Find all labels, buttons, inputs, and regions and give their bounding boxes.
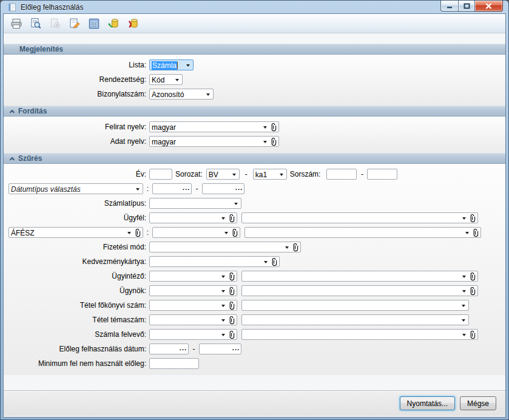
- kedvezmenykartya-value: [150, 262, 262, 262]
- calculator-icon[interactable]: [86, 16, 102, 32]
- close-button[interactable]: [475, 1, 503, 12]
- lista-select[interactable]: Számla: [149, 59, 194, 70]
- ugyfel-code-value: [150, 218, 220, 218]
- rendezettseg-select[interactable]: Kód: [149, 74, 183, 85]
- ugynok-name-select[interactable]: [241, 285, 478, 296]
- paperclip-icon[interactable]: [292, 243, 298, 252]
- dialog-window: Előleg felhasználás: [0, 0, 509, 420]
- row-ugyintezo: Ügyintéző:: [4, 269, 505, 283]
- paperclip-icon[interactable]: [271, 257, 277, 266]
- section-header-translation[interactable]: Fordítás: [4, 106, 505, 117]
- print-button[interactable]: Nyomtatás...: [400, 396, 455, 410]
- ugyfel-code-select[interactable]: [149, 212, 237, 223]
- minimum-eloleg-input[interactable]: [149, 358, 199, 369]
- sorozat-to-value: ka1: [254, 170, 278, 179]
- date-picker-button[interactable]: ...: [235, 183, 243, 194]
- ugynok-code-select[interactable]: [149, 285, 237, 296]
- sorozat-to-select[interactable]: ka1: [253, 169, 287, 180]
- range-dash: -: [189, 345, 199, 353]
- ugyintezo-name-select[interactable]: [241, 271, 478, 282]
- partner-code-select[interactable]: [152, 227, 240, 238]
- edit-icon[interactable]: [67, 16, 83, 32]
- paperclip-icon[interactable]: [228, 214, 235, 223]
- partner-type-select[interactable]: ÁFÉSZ: [8, 227, 143, 238]
- section-header-filter[interactable]: Szűrés: [4, 153, 505, 164]
- kedvezmenykartya-select[interactable]: [149, 256, 280, 267]
- row-tetel-fokonyvi-szam: Tétel főkönyvi szám:: [4, 298, 505, 313]
- eloleg-datum-from-field: ...: [149, 344, 189, 354]
- sorszam-from-input[interactable]: [326, 169, 357, 180]
- paperclip-icon[interactable]: [228, 272, 235, 281]
- row-datumtipus: Dátumtípus választás : ... - ...: [4, 181, 505, 196]
- szamlatipus-label: Számlatípus:: [8, 199, 149, 208]
- lista-label: Lista:: [8, 61, 149, 69]
- toolbar: [4, 14, 505, 33]
- paperclip-icon[interactable]: [228, 316, 235, 325]
- row-rendezettseg: Rendezettség: Kód: [4, 72, 505, 87]
- szamlatipus-select[interactable]: [149, 198, 241, 209]
- close-icon: [485, 3, 492, 9]
- adat-nyelv-select[interactable]: magyar: [149, 136, 279, 147]
- date-picker-button[interactable]: ...: [180, 344, 187, 354]
- date-picker-button[interactable]: ...: [183, 183, 190, 194]
- print-icon[interactable]: [8, 16, 24, 32]
- tetel-fokonyvi-code-select[interactable]: [149, 300, 237, 311]
- cancel-button[interactable]: Mégse: [460, 396, 496, 410]
- chevron-down-icon: [136, 188, 140, 191]
- szamla-felvevo-label: Számla felvevő:: [8, 330, 149, 339]
- tetel-fokonyvi-code-value: [150, 305, 220, 306]
- ugyfel-name-select[interactable]: [241, 212, 478, 223]
- chevron-down-icon: [465, 232, 469, 234]
- paperclip-icon[interactable]: [270, 137, 277, 146]
- paperclip-icon[interactable]: [472, 228, 479, 237]
- partner-name-select[interactable]: [244, 227, 481, 238]
- collapse-chevron-icon[interactable]: [10, 109, 15, 114]
- ugyintezo-code-select[interactable]: [149, 271, 237, 282]
- ugyintezo-code-value: [150, 276, 220, 277]
- paperclip-icon[interactable]: [228, 330, 235, 339]
- row-partner: ÁFÉSZ :: [4, 225, 505, 240]
- paperclip-icon[interactable]: [469, 214, 476, 223]
- chevron-down-icon: [234, 203, 238, 205]
- tetel-temaszam-name-select[interactable]: [241, 314, 469, 325]
- titlebar[interactable]: Előleg felhasználás: [3, 1, 506, 13]
- felirat-nyelv-select[interactable]: magyar: [149, 121, 279, 132]
- tetel-fokonyvi-name-select[interactable]: [241, 300, 469, 311]
- ev-input[interactable]: [149, 169, 172, 180]
- sorszam-to-input[interactable]: [367, 169, 397, 180]
- database-import-icon[interactable]: [106, 16, 121, 32]
- paperclip-icon[interactable]: [228, 301, 235, 310]
- maximize-button[interactable]: [458, 1, 475, 12]
- paperclip-icon[interactable]: [134, 228, 141, 237]
- form-area: Megjelenítés Lista: Számla Rendezettség:…: [4, 33, 505, 390]
- tetel-fokonyvi-szam-label: Tétel főkönyvi szám:: [8, 301, 149, 310]
- paperclip-icon[interactable]: [231, 228, 238, 237]
- paperclip-icon[interactable]: [469, 286, 476, 296]
- chevron-down-icon: [462, 319, 465, 322]
- datumtipus-from-field: ...: [152, 183, 192, 194]
- szamla-felvevo-name-select[interactable]: [241, 329, 478, 340]
- ugynok-code-value: [150, 291, 220, 291]
- section-body-translation: Felirat nyelv: magyar Adat nyelv: magyar: [4, 117, 505, 153]
- date-picker-button[interactable]: ...: [232, 344, 240, 354]
- minimize-button[interactable]: [440, 1, 458, 12]
- paperclip-icon[interactable]: [469, 330, 476, 339]
- paperclip-icon[interactable]: [469, 272, 476, 281]
- row-adat-nyelv: Adat nyelv: magyar: [4, 134, 505, 149]
- bizonylatszam-select[interactable]: Azonosító: [149, 89, 214, 100]
- tetel-temaszam-code-select[interactable]: [149, 314, 237, 325]
- sorozat-from-select[interactable]: BV: [206, 169, 240, 180]
- szamla-felvevo-code-select[interactable]: [149, 329, 237, 340]
- paperclip-icon[interactable]: [270, 123, 277, 132]
- collapse-chevron-icon[interactable]: [10, 157, 15, 161]
- print-preview-icon[interactable]: [28, 16, 44, 32]
- ugyintezo-name-value: [242, 276, 460, 277]
- database-export-icon[interactable]: [125, 16, 141, 32]
- sorozat-label: Sorozat:: [172, 170, 206, 178]
- row-fizetesi-mod: Fizetési mód:: [4, 240, 505, 254]
- fizetesi-mod-select[interactable]: [149, 242, 301, 252]
- datumtipus-select[interactable]: Dátumtípus választás: [8, 183, 143, 194]
- chevron-down-icon: [127, 232, 131, 234]
- ugyfel-name-value: [242, 218, 460, 218]
- paperclip-icon[interactable]: [228, 286, 235, 296]
